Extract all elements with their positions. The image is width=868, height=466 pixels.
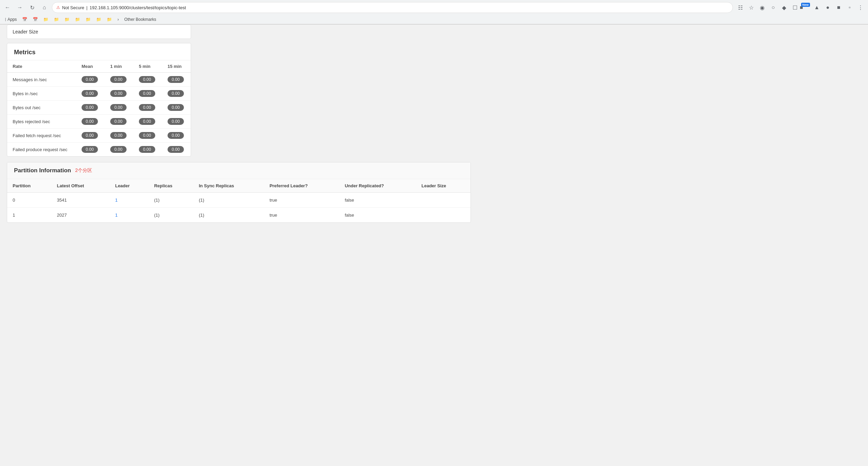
col-15min: 15 min bbox=[162, 60, 191, 73]
metrics-table: Rate Mean 1 min 5 min 15 min Messages in… bbox=[7, 60, 191, 156]
col-leader: Leader bbox=[110, 179, 148, 193]
extension-icon-btn-7[interactable]: ● bbox=[823, 3, 833, 12]
metric-mean: 0.00 bbox=[76, 129, 105, 143]
metric-15min: 0.00 bbox=[162, 101, 191, 115]
metric-5min: 0.00 bbox=[133, 129, 162, 143]
back-button[interactable]: ← bbox=[3, 3, 12, 12]
bookmark-8[interactable]: 📁 bbox=[94, 16, 103, 23]
metric-15min: 0.00 bbox=[162, 73, 191, 87]
metrics-row: Bytes rejected /sec 0.00 0.00 0.00 0.00 bbox=[7, 115, 191, 129]
metric-mean: 0.00 bbox=[76, 87, 105, 101]
metrics-row: Bytes in /sec 0.00 0.00 0.00 0.00 bbox=[7, 87, 191, 101]
extension-icon-btn-1[interactable]: ◉ bbox=[757, 3, 767, 12]
bookmark-6[interactable]: 📁 bbox=[73, 16, 82, 23]
bookmarks-bar: ⁝ Apps 📅 📅 📁 📁 📁 📁 📁 📁 📁 › Other Bookmar… bbox=[0, 15, 868, 24]
partition-table: Partition Latest Offset Leader Replicas … bbox=[7, 179, 471, 222]
partition-title: Partition Information bbox=[14, 167, 71, 174]
metric-label: Bytes rejected /sec bbox=[7, 115, 76, 129]
extension-icon-btn-2[interactable]: ○ bbox=[768, 3, 778, 12]
page-content: Leader Size Metrics Rate Mean 1 min 5 mi… bbox=[0, 25, 868, 463]
extension-icon-btn-9[interactable]: ▫ bbox=[845, 3, 854, 12]
bookmark-2[interactable]: 📅 bbox=[31, 16, 40, 23]
metric-15min: 0.00 bbox=[162, 87, 191, 101]
col-under-replicated: Under Replicated? bbox=[339, 179, 416, 193]
partition-row: 0 3541 1 (1) (1) true false bbox=[7, 193, 471, 208]
metric-5min: 0.00 bbox=[133, 87, 162, 101]
bookmark-5[interactable]: 📁 bbox=[62, 16, 72, 23]
metric-label: Messages in /sec bbox=[7, 73, 76, 87]
leader-size-card: Leader Size bbox=[7, 25, 191, 39]
extension-icon-btn-5[interactable]: ■ New bbox=[801, 3, 811, 12]
metric-5min: 0.00 bbox=[133, 101, 162, 115]
leader-value: 1 bbox=[110, 193, 148, 208]
leader-size-value bbox=[416, 208, 471, 223]
preferred-leader-value: true bbox=[264, 208, 339, 223]
metric-mean: 0.00 bbox=[76, 101, 105, 115]
metrics-row: Failed produce request /sec 0.00 0.00 0.… bbox=[7, 143, 191, 157]
not-secure-icon: ⚠ bbox=[56, 5, 60, 10]
leader-size-label: Leader Size bbox=[13, 29, 38, 34]
bookmark-10[interactable]: › bbox=[115, 16, 121, 23]
partition-header: Partition Information 2个分区 bbox=[7, 162, 471, 179]
metric-mean: 0.00 bbox=[76, 73, 105, 87]
col-5min: 5 min bbox=[133, 60, 162, 73]
metric-5min: 0.00 bbox=[133, 73, 162, 87]
metrics-row: Failed fetch request /sec 0.00 0.00 0.00… bbox=[7, 129, 191, 143]
home-button[interactable]: ⌂ bbox=[40, 3, 49, 12]
replicas-value: (1) bbox=[149, 208, 193, 223]
extension-icon-btn-6[interactable]: ▲ bbox=[812, 3, 822, 12]
metric-15min: 0.00 bbox=[162, 115, 191, 129]
leader-value: 1 bbox=[110, 208, 148, 223]
bookmark-7[interactable]: 📁 bbox=[84, 16, 93, 23]
col-latest-offset: Latest Offset bbox=[52, 179, 110, 193]
metric-label: Failed fetch request /sec bbox=[7, 129, 76, 143]
reload-button[interactable]: ↻ bbox=[27, 3, 37, 12]
address-bar[interactable]: ⚠ Not Secure | 192.168.1.105:9000/cluste… bbox=[52, 2, 733, 13]
extension-icon-btn-8[interactable]: ■ bbox=[834, 3, 843, 12]
more-menu-btn[interactable]: ⋮ bbox=[856, 3, 865, 12]
extension-icon-btn-4[interactable]: ☐ bbox=[790, 3, 800, 12]
replicas-value: (1) bbox=[149, 193, 193, 208]
col-preferred-leader: Preferred Leader? bbox=[264, 179, 339, 193]
col-leader-size: Leader Size bbox=[416, 179, 471, 193]
bookmark-1[interactable]: 📅 bbox=[20, 16, 29, 23]
leader-size-value bbox=[416, 193, 471, 208]
metric-mean: 0.00 bbox=[76, 115, 105, 129]
extension-icon-btn-3[interactable]: ◆ bbox=[779, 3, 789, 12]
metrics-row: Bytes out /sec 0.00 0.00 0.00 0.00 bbox=[7, 101, 191, 115]
under-replicated-value: false bbox=[339, 208, 416, 223]
metrics-title: Metrics bbox=[7, 43, 191, 60]
metric-label: Failed produce request /sec bbox=[7, 143, 76, 157]
not-secure-label: Not Secure bbox=[62, 5, 84, 10]
metrics-card: Metrics Rate Mean 1 min 5 min 15 min Mes… bbox=[7, 43, 191, 157]
metric-15min: 0.00 bbox=[162, 143, 191, 157]
new-badge: New bbox=[801, 3, 810, 7]
forward-button[interactable]: → bbox=[15, 3, 25, 12]
partition-row: 1 2027 1 (1) (1) true false bbox=[7, 208, 471, 223]
other-bookmarks[interactable]: Other Bookmarks bbox=[122, 16, 158, 23]
leader-link[interactable]: 1 bbox=[115, 198, 117, 203]
toolbar-icons: ☷ ☆ ◉ ○ ◆ ☐ ■ New ▲ ● ■ ▫ ⋮ bbox=[736, 3, 865, 12]
leader-link[interactable]: 1 bbox=[115, 213, 117, 218]
apps-bookmark[interactable]: ⁝ Apps bbox=[3, 16, 19, 23]
bookmark-4[interactable]: 📁 bbox=[52, 16, 61, 23]
metrics-row: Messages in /sec 0.00 0.00 0.00 0.00 bbox=[7, 73, 191, 87]
browser-chrome: ← → ↻ ⌂ ⚠ Not Secure | 192.168.1.105:900… bbox=[0, 0, 868, 25]
screenshot-icon-btn[interactable]: ☷ bbox=[736, 3, 745, 12]
bookmark-3[interactable]: 📁 bbox=[41, 16, 50, 23]
url-separator: | bbox=[86, 5, 87, 10]
apps-label: Apps bbox=[8, 17, 17, 22]
url-text: 192.168.1.105:9000/clusters/test/topics/… bbox=[89, 5, 186, 10]
metric-mean: 0.00 bbox=[76, 143, 105, 157]
star-icon-btn[interactable]: ☆ bbox=[747, 3, 756, 12]
in-sync-replicas-value: (1) bbox=[193, 193, 264, 208]
metric-1min: 0.00 bbox=[105, 115, 133, 129]
under-replicated-value: false bbox=[339, 193, 416, 208]
partition-section: Partition Information 2个分区 Partition Lat… bbox=[7, 162, 471, 223]
metric-1min: 0.00 bbox=[105, 143, 133, 157]
bookmark-9[interactable]: 📁 bbox=[105, 16, 114, 23]
partition-number: 1 bbox=[7, 208, 52, 223]
metric-1min: 0.00 bbox=[105, 87, 133, 101]
col-rate: Rate bbox=[7, 60, 76, 73]
metric-1min: 0.00 bbox=[105, 73, 133, 87]
